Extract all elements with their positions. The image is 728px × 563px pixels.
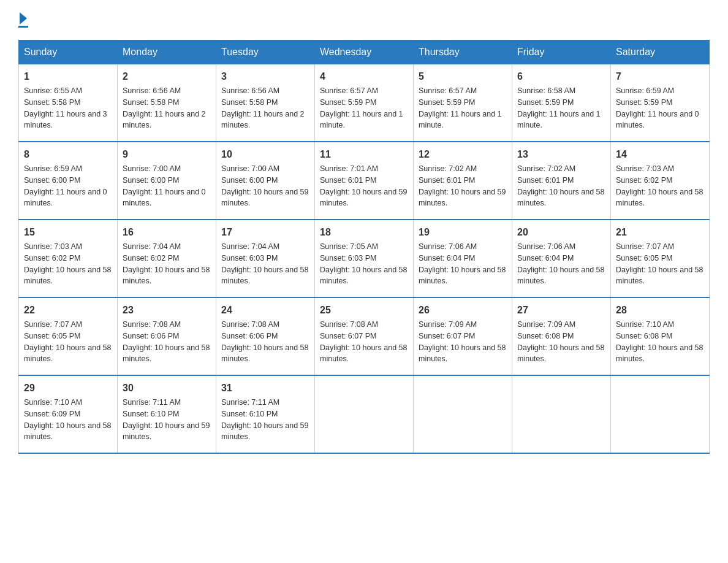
day-info: Sunrise: 6:58 AMSunset: 5:59 PMDaylight:… (517, 85, 605, 131)
day-cell: 17Sunrise: 7:04 AMSunset: 6:03 PMDayligh… (216, 220, 315, 297)
day-info: Sunrise: 7:03 AMSunset: 6:02 PMDaylight:… (24, 241, 112, 287)
day-number: 25 (320, 303, 408, 318)
day-info: Sunrise: 7:03 AMSunset: 6:02 PMDaylight:… (616, 163, 704, 209)
header-cell-wednesday: Wednesday (315, 40, 414, 64)
day-number: 6 (517, 69, 605, 84)
day-info: Sunrise: 7:06 AMSunset: 6:04 PMDaylight:… (419, 241, 507, 287)
logo-triangle-icon (20, 12, 27, 25)
day-info: Sunrise: 7:07 AMSunset: 6:05 PMDaylight:… (24, 319, 112, 365)
day-number: 23 (123, 303, 211, 318)
header-cell-tuesday: Tuesday (216, 40, 315, 64)
page-header (18, 12, 710, 28)
day-info: Sunrise: 7:04 AMSunset: 6:02 PMDaylight:… (123, 241, 211, 287)
day-number: 9 (123, 147, 211, 162)
day-info: Sunrise: 7:00 AMSunset: 6:00 PMDaylight:… (123, 163, 211, 209)
day-info: Sunrise: 6:57 AMSunset: 5:59 PMDaylight:… (320, 85, 408, 131)
week-row-3: 15Sunrise: 7:03 AMSunset: 6:02 PMDayligh… (19, 220, 710, 297)
day-info: Sunrise: 6:57 AMSunset: 5:59 PMDaylight:… (419, 85, 507, 131)
calendar-table: SundayMondayTuesdayWednesdayThursdayFrid… (18, 40, 710, 454)
day-number: 16 (123, 225, 211, 240)
day-cell: 13Sunrise: 7:02 AMSunset: 6:01 PMDayligh… (512, 142, 611, 220)
day-info: Sunrise: 7:02 AMSunset: 6:01 PMDaylight:… (419, 163, 507, 209)
day-number: 17 (221, 225, 309, 240)
day-cell: 29Sunrise: 7:10 AMSunset: 6:09 PMDayligh… (19, 375, 118, 453)
day-cell: 11Sunrise: 7:01 AMSunset: 6:01 PMDayligh… (315, 142, 414, 220)
week-row-1: 1Sunrise: 6:55 AMSunset: 5:58 PMDaylight… (19, 64, 710, 142)
day-cell: 2Sunrise: 6:56 AMSunset: 5:58 PMDaylight… (118, 64, 216, 142)
day-number: 31 (221, 381, 309, 396)
day-number: 11 (320, 147, 408, 162)
day-cell: 9Sunrise: 7:00 AMSunset: 6:00 PMDaylight… (118, 142, 216, 220)
day-cell: 6Sunrise: 6:58 AMSunset: 5:59 PMDaylight… (512, 64, 611, 142)
day-number: 24 (221, 303, 309, 318)
day-info: Sunrise: 7:11 AMSunset: 6:10 PMDaylight:… (221, 397, 309, 443)
day-info: Sunrise: 7:07 AMSunset: 6:05 PMDaylight:… (616, 241, 704, 287)
day-info: Sunrise: 7:09 AMSunset: 6:07 PMDaylight:… (419, 319, 507, 365)
day-info: Sunrise: 7:08 AMSunset: 6:06 PMDaylight:… (123, 319, 211, 365)
day-number: 8 (24, 147, 112, 162)
day-cell: 26Sunrise: 7:09 AMSunset: 6:07 PMDayligh… (414, 297, 512, 375)
day-info: Sunrise: 6:56 AMSunset: 5:58 PMDaylight:… (123, 85, 211, 131)
day-cell: 4Sunrise: 6:57 AMSunset: 5:59 PMDaylight… (315, 64, 414, 142)
day-info: Sunrise: 7:02 AMSunset: 6:01 PMDaylight:… (517, 163, 605, 209)
logo-underline (18, 26, 28, 28)
day-cell: 8Sunrise: 6:59 AMSunset: 6:00 PMDaylight… (19, 142, 118, 220)
day-number: 1 (24, 69, 112, 84)
day-info: Sunrise: 7:11 AMSunset: 6:10 PMDaylight:… (123, 397, 211, 443)
day-cell: 31Sunrise: 7:11 AMSunset: 6:10 PMDayligh… (216, 375, 315, 453)
day-info: Sunrise: 7:01 AMSunset: 6:01 PMDaylight:… (320, 163, 408, 209)
day-info: Sunrise: 7:06 AMSunset: 6:04 PMDaylight:… (517, 241, 605, 287)
day-number: 13 (517, 147, 605, 162)
day-number: 29 (24, 381, 112, 396)
day-cell: 28Sunrise: 7:10 AMSunset: 6:08 PMDayligh… (611, 297, 710, 375)
day-cell: 21Sunrise: 7:07 AMSunset: 6:05 PMDayligh… (611, 220, 710, 297)
day-cell: 1Sunrise: 6:55 AMSunset: 5:58 PMDaylight… (19, 64, 118, 142)
day-number: 27 (517, 303, 605, 318)
day-cell: 15Sunrise: 7:03 AMSunset: 6:02 PMDayligh… (19, 220, 118, 297)
day-cell: 27Sunrise: 7:09 AMSunset: 6:08 PMDayligh… (512, 297, 611, 375)
day-number: 28 (616, 303, 704, 318)
day-number: 5 (419, 69, 507, 84)
day-number: 15 (24, 225, 112, 240)
calendar-header: SundayMondayTuesdayWednesdayThursdayFrid… (19, 40, 710, 64)
day-number: 7 (616, 69, 704, 84)
header-row: SundayMondayTuesdayWednesdayThursdayFrid… (19, 40, 710, 64)
day-info: Sunrise: 6:59 AMSunset: 5:59 PMDaylight:… (616, 85, 704, 131)
day-cell (512, 375, 611, 453)
day-info: Sunrise: 7:04 AMSunset: 6:03 PMDaylight:… (221, 241, 309, 287)
header-cell-friday: Friday (512, 40, 611, 64)
logo (18, 12, 28, 28)
day-cell: 16Sunrise: 7:04 AMSunset: 6:02 PMDayligh… (118, 220, 216, 297)
day-cell: 20Sunrise: 7:06 AMSunset: 6:04 PMDayligh… (512, 220, 611, 297)
week-row-2: 8Sunrise: 6:59 AMSunset: 6:00 PMDaylight… (19, 142, 710, 220)
day-number: 10 (221, 147, 309, 162)
week-row-5: 29Sunrise: 7:10 AMSunset: 6:09 PMDayligh… (19, 375, 710, 453)
header-cell-thursday: Thursday (414, 40, 512, 64)
day-info: Sunrise: 7:10 AMSunset: 6:09 PMDaylight:… (24, 397, 112, 443)
day-cell: 19Sunrise: 7:06 AMSunset: 6:04 PMDayligh… (414, 220, 512, 297)
day-number: 22 (24, 303, 112, 318)
day-info: Sunrise: 6:59 AMSunset: 6:00 PMDaylight:… (24, 163, 112, 209)
day-number: 20 (517, 225, 605, 240)
day-number: 26 (419, 303, 507, 318)
day-cell (414, 375, 512, 453)
header-cell-sunday: Sunday (19, 40, 118, 64)
day-info: Sunrise: 7:08 AMSunset: 6:07 PMDaylight:… (320, 319, 408, 365)
day-info: Sunrise: 7:09 AMSunset: 6:08 PMDaylight:… (517, 319, 605, 365)
week-row-4: 22Sunrise: 7:07 AMSunset: 6:05 PMDayligh… (19, 297, 710, 375)
day-info: Sunrise: 6:55 AMSunset: 5:58 PMDaylight:… (24, 85, 112, 131)
header-cell-saturday: Saturday (611, 40, 710, 64)
header-cell-monday: Monday (118, 40, 216, 64)
day-info: Sunrise: 7:10 AMSunset: 6:08 PMDaylight:… (616, 319, 704, 365)
day-number: 21 (616, 225, 704, 240)
day-cell: 14Sunrise: 7:03 AMSunset: 6:02 PMDayligh… (611, 142, 710, 220)
calendar-body: 1Sunrise: 6:55 AMSunset: 5:58 PMDaylight… (19, 64, 710, 454)
day-info: Sunrise: 7:08 AMSunset: 6:06 PMDaylight:… (221, 319, 309, 365)
day-number: 19 (419, 225, 507, 240)
day-cell: 3Sunrise: 6:56 AMSunset: 5:58 PMDaylight… (216, 64, 315, 142)
day-cell: 25Sunrise: 7:08 AMSunset: 6:07 PMDayligh… (315, 297, 414, 375)
day-info: Sunrise: 7:00 AMSunset: 6:00 PMDaylight:… (221, 163, 309, 209)
day-cell: 5Sunrise: 6:57 AMSunset: 5:59 PMDaylight… (414, 64, 512, 142)
day-cell (315, 375, 414, 453)
day-number: 18 (320, 225, 408, 240)
